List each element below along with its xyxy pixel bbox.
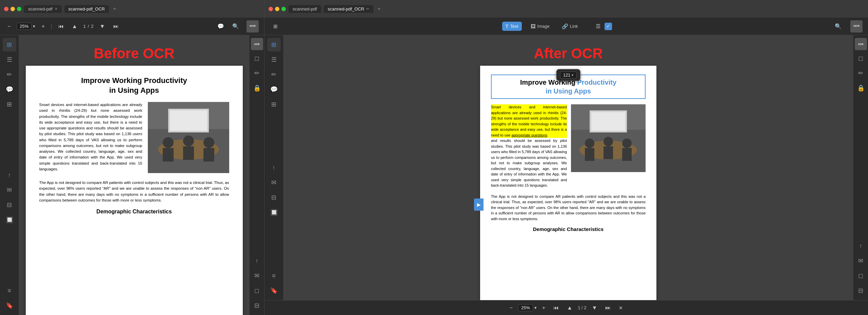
right-new-tab-button[interactable]: +	[377, 6, 380, 12]
rrs-ocr[interactable]: OCR	[855, 38, 867, 50]
sidebar-icon-bookmark[interactable]: 🔖	[3, 299, 16, 312]
sidebar-icon-stamp[interactable]: 🔲	[3, 213, 16, 227]
right-sidebar-icon-stamp[interactable]: 🔲	[267, 206, 281, 219]
sidebar-icon-layers[interactable]: ⊞	[3, 98, 16, 111]
image-tool-button[interactable]: 🖼 Image	[527, 22, 553, 31]
right-sidebar-icon-comment[interactable]: 💬	[267, 83, 281, 96]
bottom-zoom-value[interactable]: 25%	[518, 304, 533, 311]
right-sidebar-stamp2[interactable]: ◻	[250, 284, 264, 297]
bottom-first-page[interactable]: ⏮	[551, 303, 561, 312]
right-sidebar-ocr[interactable]: OCR	[251, 38, 263, 50]
sidebar-icon-grid2[interactable]: ⊟	[3, 198, 16, 212]
sidebar-icon-mail[interactable]: ✉	[3, 183, 16, 197]
right-sidebar-icon-mail[interactable]: ✉	[267, 176, 281, 189]
right-sidebar-icon-grid2[interactable]: ⊟	[267, 191, 281, 204]
bottom-prev-page[interactable]: ▲	[564, 303, 575, 312]
right-ocr-toolbar: ⊞ T Text 🖼 Image 🔗 Link ☰ ✓ 🔍 OCR	[264, 18, 868, 35]
underlined-text: appropriate questions	[512, 133, 548, 137]
pdf-body-text2-right: The App is not designed to compare AR pa…	[491, 194, 646, 222]
rrs-share[interactable]: ↑	[854, 239, 868, 253]
right-sidebar-scan[interactable]: ◻	[250, 51, 264, 65]
maximize-button[interactable]	[17, 7, 21, 11]
right-search-button[interactable]: 🔍	[833, 22, 844, 31]
tab-scanned-pdf-ocr[interactable]: scanned-pdf_OCR	[64, 5, 109, 13]
right-sidebar-icon-layers[interactable]: ⊞	[267, 98, 281, 111]
right-tab-close-icon[interactable]: ✏	[366, 7, 369, 11]
search-button[interactable]: 🔍	[230, 22, 241, 31]
last-page-button[interactable]: ⏭	[111, 22, 121, 31]
zoom-popup-value[interactable]: 121 ▾	[560, 71, 577, 79]
tab-close-icon[interactable]: ✕	[55, 7, 58, 11]
svg-point-16	[604, 137, 613, 146]
sidebar-icon-stack[interactable]: ≡	[3, 284, 16, 297]
zoom-in-button[interactable]: +	[39, 22, 46, 31]
image-tool-icon: 🖼	[531, 23, 536, 29]
thumbnail-icon: ⊞	[273, 23, 278, 29]
left-window: scanned-pdf ✕ scanned-pdf_OCR + − 25% ▾ …	[0, 0, 264, 315]
sidebar-icon-grid[interactable]: ⊞	[3, 38, 16, 51]
rrs-scan[interactable]: ◻	[854, 51, 868, 65]
bottom-next-page[interactable]: ▼	[589, 303, 600, 312]
sidebar-icon-hand[interactable]: ☰	[3, 53, 16, 66]
right-sidebar-left: ⊞ ☰ ✏ 💬 ⊞ ↑ ✉ ⊟ 🔲 ≡ 🔖	[264, 35, 283, 300]
minimize-button[interactable]	[11, 7, 15, 11]
thumbnail-button[interactable]: ⊞	[270, 22, 281, 31]
new-tab-button[interactable]: +	[113, 6, 116, 12]
bottom-zoom-out[interactable]: −	[507, 303, 515, 312]
close-button[interactable]	[4, 7, 8, 11]
text-tool-button[interactable]: T Text	[502, 22, 522, 31]
right-sidebar-lock[interactable]: 🔒	[250, 81, 264, 95]
svg-point-14	[585, 139, 594, 148]
select-all-checkbox[interactable]: ✓	[605, 23, 612, 30]
right-sidebar-icon-stack[interactable]: ≡	[267, 269, 281, 282]
bottom-close-button[interactable]: ✕	[616, 304, 626, 312]
tab-scanned-pdf[interactable]: scanned-pdf ✕	[24, 5, 62, 13]
zoom-value[interactable]: 25%	[17, 23, 32, 30]
right-tab-scanned-pdf-ocr[interactable]: scanned-pdf_OCR ✏	[324, 5, 374, 13]
text-tool-icon: T	[506, 23, 509, 29]
zoom-out-button[interactable]: −	[5, 22, 13, 31]
svg-rect-15	[585, 148, 594, 161]
rrs-grid[interactable]: ◻	[854, 269, 868, 282]
zoom-display: 25% ▾	[17, 23, 35, 30]
toolbar-lines-btn[interactable]: ☰	[594, 22, 603, 31]
right-maximize-button[interactable]	[281, 7, 286, 11]
first-page-button[interactable]: ⏮	[56, 22, 66, 31]
left-pdf-scroll[interactable]: Before OCR Improve Working Productivity …	[19, 35, 249, 315]
rrs-mail[interactable]: ✉	[854, 254, 868, 268]
right-sidebar-icon-grid[interactable]: ⊞	[267, 38, 281, 51]
right-sidebar-icon-edit[interactable]: ✏	[267, 68, 281, 81]
right-ocr-badge: OCR	[850, 20, 863, 33]
rrs-lock[interactable]: 🔒	[854, 81, 868, 95]
left-title-bar: scanned-pdf ✕ scanned-pdf_OCR +	[0, 0, 264, 18]
left-traffic-lights	[4, 7, 21, 11]
bottom-last-page[interactable]: ⏭	[603, 303, 613, 312]
right-sidebar-mail2[interactable]: ✉	[250, 269, 264, 282]
right-sidebar-edit[interactable]: ✏	[250, 66, 264, 80]
rrs-edit[interactable]: ✏	[854, 66, 868, 80]
right-sidebar-icon-bookmark[interactable]: 🔖	[267, 284, 281, 297]
tab-label: scanned-pdf_OCR	[68, 6, 105, 12]
right-pdf-scroll[interactable]: 121 ▾ After OCR ▶ Improve Working Produc…	[283, 35, 853, 300]
sidebar-icon-edit[interactable]: ✏	[3, 68, 16, 81]
right-sidebar-share2[interactable]: ↑	[250, 254, 264, 268]
right-sidebar-smart[interactable]: ⊟	[250, 299, 264, 312]
next-page-button[interactable]: ▼	[98, 22, 107, 31]
right-minimize-button[interactable]	[275, 7, 279, 11]
right-sidebar-icon-share[interactable]: ↑	[267, 161, 281, 174]
right-tab-scanned-pdf[interactable]: scanned-pdf	[289, 5, 321, 13]
bottom-zoom-in[interactable]: +	[539, 303, 548, 312]
right-close-button[interactable]	[269, 7, 273, 11]
rrs-smart[interactable]: ⊟	[854, 284, 868, 297]
prev-page-button[interactable]: ▲	[70, 22, 79, 31]
nav-arrow-left[interactable]: ▶	[474, 198, 484, 211]
right-sidebar-icon-hand[interactable]: ☰	[267, 53, 281, 66]
svg-point-5	[183, 135, 194, 146]
link-tool-button[interactable]: 🔗 Link	[558, 22, 581, 31]
zoom-popup: 121 ▾	[556, 69, 580, 81]
sidebar-icon-comment[interactable]: 💬	[3, 83, 16, 96]
sidebar-icon-share[interactable]: ↑	[3, 168, 16, 182]
comment-toolbar-button[interactable]: 💬	[215, 22, 226, 31]
pdf-image-right	[571, 104, 646, 188]
pdf-image-placeholder-right	[571, 104, 646, 172]
